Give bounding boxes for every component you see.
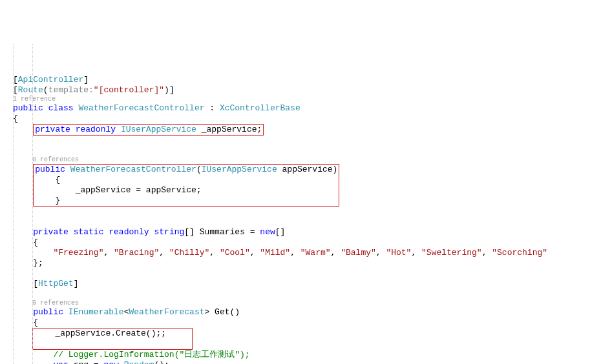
paren: ( [43, 85, 48, 95]
ctor-name: WeatherForecastController [70, 165, 196, 174]
brace: { [13, 238, 38, 247]
ctor-body: _appService = appService; [35, 185, 201, 195]
summary-item: "Bracing" [114, 248, 159, 258]
highlight-field-box: private readonly IUserAppService _appSer… [33, 124, 264, 136]
codelens-references[interactable]: 0 references [13, 299, 612, 307]
field-type: IUserAppService [121, 125, 196, 134]
attr-route: Route [18, 85, 43, 95]
param-hint-template: template: [48, 85, 94, 95]
paren: ( [196, 165, 202, 174]
code-editor: [ApiController] [Route(template:"[contro… [13, 44, 612, 364]
codelens-references[interactable]: 0 references [13, 156, 612, 164]
ctor-param-type: IUserAppService [202, 165, 277, 174]
kw-public: public [35, 165, 65, 174]
kw-static: static [74, 227, 104, 237]
summary-item: "Hot" [386, 248, 411, 258]
paren: )] [164, 85, 174, 95]
route-template: "[controller]" [94, 85, 164, 95]
comment-logger-end: ); [240, 350, 250, 359]
colon: : [205, 103, 220, 113]
comment-logger-str: "日志工作测试" [179, 350, 240, 359]
comment-logger: // Logger.LogInformation( [13, 350, 179, 359]
kw-private: private [35, 125, 70, 134]
kw-public: public [13, 103, 43, 113]
summary-item: "Warm" [301, 248, 331, 258]
brace: }; [13, 258, 43, 268]
attr-bracket: ] [83, 75, 89, 85]
summary-item: "Cool" [220, 248, 250, 258]
highlight-call-box: _appService.Create();; [32, 328, 193, 350]
kw-new: new [260, 227, 275, 237]
brace: { [13, 114, 18, 123]
brace: { [13, 318, 38, 327]
class-name: WeatherForecastController [78, 103, 204, 113]
kw-var: var [53, 360, 68, 364]
kw-class: class [48, 103, 74, 113]
highlight-ctor-box: public WeatherForecastController(IUserAp… [33, 164, 339, 207]
summary-item: "Sweltering" [421, 248, 482, 258]
summary-item: "Mild" [260, 248, 290, 258]
summary-item: "Scorching" [492, 248, 547, 258]
generic-arg: WeatherForecast [129, 307, 204, 317]
kw-private: private [33, 227, 69, 237]
rng-decl: rng = [69, 360, 104, 364]
call-line: _appService.Create();; [15, 329, 166, 338]
method-sig: > Get() [205, 307, 240, 317]
kw-new: new [103, 360, 118, 364]
return-type: IEnumerable [69, 307, 124, 317]
ctor-param-name: appService) [277, 165, 338, 174]
summary-item: "Chilly" [169, 248, 209, 258]
summary-item: "Balmy" [341, 248, 376, 258]
kw-string: string [154, 227, 185, 237]
kw-readonly: readonly [109, 227, 149, 237]
array-brackets: [] [275, 227, 286, 237]
codelens-references[interactable]: 1 reference [13, 96, 612, 103]
kw-readonly: readonly [76, 125, 116, 134]
attr-bracket: [ [33, 279, 38, 288]
attr-httpget: HttpGet [38, 279, 74, 288]
summaries-decl: [] Summaries = [184, 227, 260, 237]
attr-bracket: [ [13, 85, 18, 95]
kw-public: public [33, 307, 63, 317]
base-class: XcControllerBase [220, 103, 301, 113]
field-name: _appService; [196, 125, 262, 134]
attr-bracket: [ [13, 75, 18, 85]
rng-end: (); [154, 360, 169, 364]
type-random: Random [124, 360, 154, 364]
attr-apicontroller: ApiController [18, 75, 83, 85]
attr-bracket: ] [74, 279, 79, 288]
summary-item: "Freezing" [53, 248, 103, 258]
